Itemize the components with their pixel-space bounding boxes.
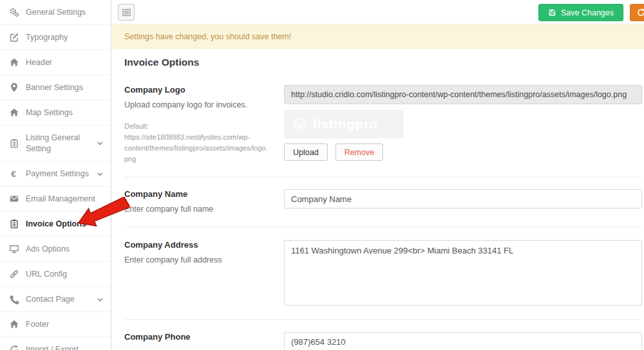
company-logo-label: Company Logo xyxy=(124,85,269,95)
sidebar-item-label: URL Config xyxy=(26,269,104,280)
sidebar-item-list: General Settings Typography Header Banne… xyxy=(0,0,111,350)
euro-icon xyxy=(9,169,19,179)
refresh-icon xyxy=(9,344,19,350)
reset-button[interactable] xyxy=(630,4,644,21)
sidebar-item-header[interactable]: Header xyxy=(0,50,111,75)
sidebar-item-contact-page[interactable]: Contact Page xyxy=(0,287,111,312)
sidebar-item-label: Typography xyxy=(26,32,104,43)
sidebar-item-invoice-options[interactable]: Invoice Options xyxy=(0,212,111,237)
content-area: Invoice Options Company Logo Upload comp… xyxy=(112,49,644,350)
sidebar-item-label: Email Management xyxy=(26,194,104,205)
sidebar-item-banner-settings[interactable]: Banner Settings xyxy=(0,75,111,100)
cogs-icon xyxy=(9,7,19,17)
sidebar-item-footer[interactable]: Footer xyxy=(0,312,111,337)
company-address-row: Company Address Enter company full addre… xyxy=(124,226,642,319)
settings-sidebar: General Settings Typography Header Banne… xyxy=(0,0,111,350)
save-floppy-icon xyxy=(548,8,556,17)
sidebar-toggle-button[interactable] xyxy=(118,4,135,21)
company-phone-label: Company Phone xyxy=(124,332,269,342)
chevron-down-icon xyxy=(96,170,104,178)
reset-refresh-icon xyxy=(636,8,644,17)
clipboard-icon xyxy=(9,219,19,229)
sidebar-item-label: Header xyxy=(26,57,104,68)
edit-icon xyxy=(9,32,19,42)
sidebar-item-label: Contact Page xyxy=(26,294,93,305)
upload-button[interactable]: Upload xyxy=(284,143,328,161)
envelope-icon xyxy=(9,194,19,204)
listingpro-logo-text: listingpro xyxy=(313,116,378,132)
sidebar-item-url-config[interactable]: URL Config xyxy=(0,262,111,287)
home-icon xyxy=(9,319,19,329)
company-address-description: Enter company full address xyxy=(124,255,269,265)
company-phone-input[interactable] xyxy=(284,332,642,350)
sidebar-item-label: Banner Settings xyxy=(26,82,104,93)
sidebar-item-general-settings[interactable]: General Settings xyxy=(0,0,111,25)
listingpro-layers-icon xyxy=(291,116,308,133)
notice-text: Settings have changed, you should save t… xyxy=(124,32,291,41)
layout-icon xyxy=(122,8,131,17)
save-changes-label: Save Changes xyxy=(561,8,614,17)
sidebar-item-payment-settings[interactable]: Payment Settings xyxy=(0,161,111,187)
sidebar-item-label: Ads Options xyxy=(26,244,104,255)
main-panel: Save Changes Settings have changed, you … xyxy=(112,0,644,350)
company-name-label: Company Name xyxy=(124,189,269,199)
company-logo-default-note: Default: https://site1808983.nestifysite… xyxy=(124,121,269,165)
clipboard-icon xyxy=(9,138,19,149)
sidebar-item-listing-general-setting[interactable]: Listing General Setting xyxy=(0,125,111,161)
chevron-down-icon xyxy=(96,139,104,147)
sidebar-item-email-management[interactable]: Email Management xyxy=(0,187,111,212)
chevron-down-icon xyxy=(96,295,104,304)
company-logo-url-input[interactable] xyxy=(284,85,642,104)
company-name-description: Enter company full name xyxy=(124,204,269,214)
company-address-label: Company Address xyxy=(124,240,269,250)
company-name-row: Company Name Enter company full name xyxy=(124,177,642,226)
phone-icon xyxy=(9,294,19,304)
sidebar-item-map-settings[interactable]: Map Settings xyxy=(0,100,111,125)
map-marker-icon xyxy=(9,82,19,93)
save-changes-button[interactable]: Save Changes xyxy=(538,4,623,21)
page-title: Invoice Options xyxy=(124,56,642,68)
company-name-input[interactable] xyxy=(284,189,642,208)
home-icon xyxy=(9,107,19,118)
company-logo-description: Upload company logo for invoices. xyxy=(124,100,269,110)
sidebar-item-typography[interactable]: Typography xyxy=(0,25,111,50)
home-icon xyxy=(9,57,19,68)
desktop-icon xyxy=(9,244,19,254)
sidebar-item-ads-options[interactable]: Ads Options xyxy=(0,237,111,262)
link-icon xyxy=(9,269,19,279)
sidebar-item-label: Footer xyxy=(26,319,104,330)
company-phone-row: Company Phone xyxy=(124,319,642,350)
sidebar-item-label: Import / Export xyxy=(26,344,104,350)
company-logo-preview: listingpro xyxy=(284,110,403,138)
sidebar-item-label: General Settings xyxy=(26,7,104,18)
sidebar-item-import-export[interactable]: Import / Export xyxy=(0,337,111,350)
remove-button[interactable]: Remove xyxy=(336,143,384,161)
sidebar-item-label: Invoice Options xyxy=(26,219,104,230)
sidebar-item-label: Map Settings xyxy=(26,107,104,118)
company-logo-row: Company Logo Upload company logo for inv… xyxy=(124,85,642,177)
sidebar-item-label: Listing General Setting xyxy=(26,133,93,154)
unsaved-settings-notice: Settings have changed, you should save t… xyxy=(112,24,644,49)
topbar: Save Changes xyxy=(112,0,644,24)
sidebar-item-label: Payment Settings xyxy=(26,169,93,180)
company-address-textarea[interactable]: 1161 Washingtown Avenue 299<br> Miami Be… xyxy=(284,240,642,306)
